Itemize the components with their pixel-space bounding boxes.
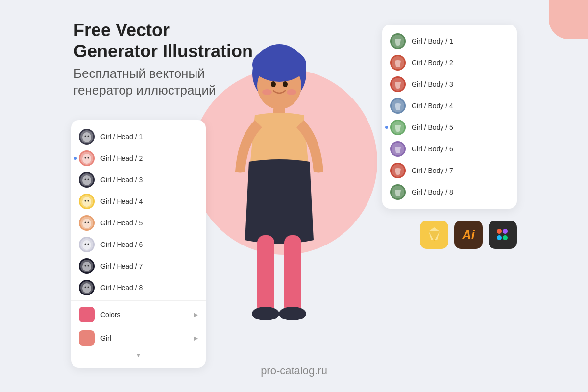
sketch-icon[interactable]	[420, 220, 448, 249]
head-label-1: Girl / Head / 1	[100, 133, 143, 141]
svg-point-11	[287, 89, 296, 95]
body-label-5: Girl / Body / 5	[412, 123, 453, 131]
footer-url: pro-catalog.ru	[261, 365, 327, 377]
body-label-7: Girl / Body / 7	[412, 167, 453, 174]
center-illustration	[181, 29, 387, 343]
svg-point-13	[82, 132, 91, 142]
svg-point-22	[85, 179, 86, 180]
body-list-item-3[interactable]: Girl / Body / 3	[382, 74, 517, 95]
head-icon-6	[79, 237, 95, 252]
svg-rect-4	[257, 235, 274, 314]
body-list-item-1[interactable]: Girl / Body / 1	[382, 30, 517, 52]
body-label-4: Girl / Body / 4	[412, 102, 453, 110]
panel-divider	[71, 300, 206, 301]
category-icon-colors	[79, 307, 95, 322]
head-icon-3	[79, 172, 95, 188]
arrow-icon-girl: ▶	[194, 335, 198, 342]
svg-point-2	[252, 48, 306, 82]
svg-point-43	[88, 287, 89, 288]
category-label-girl: Girl	[100, 334, 194, 342]
head-list-item-6[interactable]: Girl / Head / 6	[71, 234, 206, 255]
svg-point-7	[279, 307, 306, 320]
right-panel: Girl / Body / 1 Girl / Body / 2 Girl / B…	[382, 24, 517, 209]
svg-point-39	[88, 265, 89, 267]
body-label-8: Girl / Body / 8	[412, 188, 453, 196]
svg-point-26	[85, 200, 86, 202]
head-icon-1	[79, 129, 95, 145]
head-list-item-2[interactable]: Girl / Head / 2	[71, 147, 206, 169]
head-list-item-3[interactable]: Girl / Head / 3	[71, 169, 206, 191]
svg-point-30	[85, 222, 86, 223]
svg-point-19	[88, 157, 89, 159]
head-icon-7	[79, 258, 95, 274]
head-icon-5	[79, 215, 95, 231]
svg-point-9	[283, 81, 288, 87]
head-label-2: Girl / Head / 2	[100, 154, 143, 162]
svg-point-25	[82, 197, 91, 207]
svg-point-37	[82, 262, 91, 271]
svg-point-27	[88, 200, 89, 202]
category-item-girl[interactable]: Girl▶	[71, 326, 206, 350]
ai-illustrator-icon[interactable]: Ai	[454, 220, 483, 249]
body-icon-8	[390, 184, 406, 200]
svg-point-10	[262, 89, 272, 95]
svg-point-6	[252, 307, 279, 320]
body-list-item-8[interactable]: Girl / Body / 8	[382, 181, 517, 203]
app-icons-group: Ai	[420, 220, 517, 249]
head-icon-8	[79, 280, 95, 295]
svg-point-38	[85, 265, 86, 267]
category-icon-girl	[79, 330, 95, 346]
body-icon-1	[390, 33, 406, 49]
svg-point-15	[88, 136, 89, 137]
body-icon-3	[390, 76, 406, 92]
body-label-1: Girl / Body / 1	[412, 37, 453, 45]
category-item-colors[interactable]: Colors▶	[71, 303, 206, 326]
accent-decoration	[549, 0, 588, 39]
head-icon-2	[79, 150, 95, 166]
figma-icon[interactable]	[489, 220, 517, 249]
body-label-2: Girl / Body / 2	[412, 59, 453, 67]
svg-point-17	[82, 154, 91, 164]
body-list-item-5[interactable]: Girl / Body / 5	[382, 117, 517, 138]
ai-label: Ai	[462, 227, 475, 243]
head-list-item-5[interactable]: Girl / Head / 5	[71, 212, 206, 234]
svg-point-41	[82, 283, 91, 293]
svg-point-31	[88, 222, 89, 223]
svg-point-42	[85, 287, 86, 288]
svg-point-29	[82, 219, 91, 228]
scroll-down-arrow[interactable]: ▼	[71, 350, 206, 362]
head-list-item-8[interactable]: Girl / Head / 8	[71, 277, 206, 298]
head-label-6: Girl / Head / 6	[100, 241, 143, 248]
head-label-5: Girl / Head / 5	[100, 219, 143, 227]
left-panel: Girl / Head / 1 Girl / Head / 2 Girl / H…	[71, 120, 206, 368]
body-icon-6	[390, 141, 406, 157]
head-label-3: Girl / Head / 3	[100, 176, 143, 184]
body-list-item-7[interactable]: Girl / Body / 7	[382, 160, 517, 181]
svg-point-35	[88, 244, 89, 245]
head-icon-4	[79, 194, 95, 209]
svg-rect-5	[284, 235, 301, 314]
svg-point-23	[88, 179, 89, 180]
body-label-3: Girl / Body / 3	[412, 80, 453, 88]
head-list-item-1[interactable]: Girl / Head / 1	[71, 126, 206, 147]
body-icon-5	[390, 120, 406, 135]
body-label-6: Girl / Body / 6	[412, 145, 453, 153]
body-icon-4	[390, 98, 406, 114]
body-list-item-2[interactable]: Girl / Body / 2	[382, 52, 517, 74]
arrow-icon-colors: ▶	[194, 311, 198, 318]
svg-point-34	[85, 244, 86, 245]
girl-illustration	[206, 29, 353, 343]
body-icon-7	[390, 163, 406, 178]
body-list-item-4[interactable]: Girl / Body / 4	[382, 95, 517, 117]
category-label-colors: Colors	[100, 311, 194, 318]
svg-point-18	[85, 157, 86, 159]
body-icon-2	[390, 55, 406, 71]
head-label-4: Girl / Head / 4	[100, 197, 143, 205]
svg-point-8	[271, 81, 276, 87]
head-list-item-7[interactable]: Girl / Head / 7	[71, 255, 206, 277]
head-list-item-4[interactable]: Girl / Head / 4	[71, 191, 206, 212]
body-list-item-6[interactable]: Girl / Body / 6	[382, 138, 517, 160]
selection-dot	[385, 126, 388, 129]
svg-point-14	[85, 136, 86, 137]
svg-point-33	[82, 240, 91, 250]
